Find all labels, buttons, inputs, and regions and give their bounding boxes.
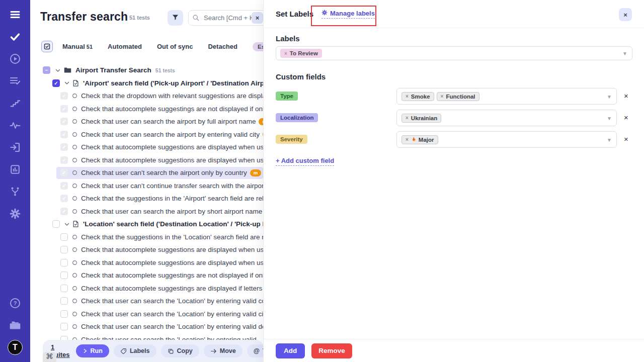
tree-row[interactable]: Check that autocomplete suggestings are … [30, 103, 263, 116]
add-button[interactable]: Add [276, 343, 305, 358]
tab-automated[interactable]: Automated [108, 43, 142, 50]
remove-field-button[interactable]: × [624, 135, 628, 143]
tree-row[interactable]: 'Location' search field ('Destination Lo… [30, 218, 263, 231]
tree-row[interactable]: Check that the suggestions in the 'Locat… [30, 231, 263, 244]
row-checkbox[interactable] [60, 310, 68, 318]
tree-row[interactable]: Check that user can search the airport b… [30, 205, 263, 218]
copy-button[interactable]: Copy [161, 344, 199, 357]
row-checkbox[interactable] [60, 285, 68, 292]
row-checkbox[interactable] [60, 246, 68, 253]
tree-row[interactable]: Check that user can search the 'Location… [30, 320, 263, 333]
tree-row[interactable]: Check that user can't continue transfer … [30, 179, 263, 193]
tab-detached[interactable]: Detached [208, 43, 237, 50]
test-tree: Airport Transfer Search 51 tests 'Airpor… [30, 64, 263, 362]
row-checkbox[interactable] [60, 182, 68, 190]
chevron-down-icon[interactable] [54, 67, 61, 73]
settings-gear-icon[interactable] [8, 206, 23, 221]
row-checkbox[interactable] [60, 156, 68, 164]
chevron-down-icon[interactable] [64, 80, 70, 86]
help-icon[interactable]: ? [8, 296, 23, 311]
row-checkbox[interactable] [60, 105, 68, 113]
row-checkbox[interactable] [43, 66, 50, 74]
row-checkbox[interactable] [60, 272, 68, 279]
severity-select[interactable]: × Major ▼ [396, 131, 617, 148]
labels-button[interactable]: Labels [114, 344, 156, 357]
remove-field-button[interactable]: × [624, 92, 628, 100]
tab-manual[interactable]: Manual51 [62, 43, 93, 50]
run-button[interactable]: Run [76, 344, 109, 357]
remove-tag-icon[interactable]: × [406, 115, 409, 121]
row-checkbox[interactable] [60, 118, 68, 125]
tree-row[interactable]: Check that user can't search the airport… [30, 166, 263, 179]
tree-row[interactable]: Check that autocomplete suggestions are … [30, 154, 263, 167]
reports-chart-icon[interactable] [8, 162, 23, 177]
filter-button[interactable] [168, 10, 183, 26]
activity-pulse-icon[interactable] [8, 118, 23, 133]
move-button[interactable]: Move [204, 344, 243, 357]
row-checkbox[interactable] [60, 131, 68, 138]
row-checkbox[interactable] [60, 233, 68, 241]
row-checkbox[interactable] [60, 297, 68, 305]
row-checkbox[interactable] [60, 259, 68, 266]
manage-labels-link[interactable]: Manage labels [321, 10, 375, 19]
row-label: Check that user can search the airport b… [81, 208, 262, 215]
milestones-steps-icon[interactable] [8, 96, 23, 111]
close-button[interactable]: × [619, 8, 632, 21]
tree-row[interactable]: Check that user can search the 'Location… [30, 295, 263, 308]
localization-select[interactable]: × Ukrainian ▼ [396, 110, 617, 126]
tree-row[interactable]: Check that autocomplete suggestions are … [30, 256, 263, 269]
tree-row[interactable]: Check that user can search the airport b… [30, 128, 263, 141]
tree-row[interactable]: Check that the dropdown with relevant su… [30, 89, 263, 103]
tree-row[interactable]: Check that autocomplete suggestings are … [30, 282, 263, 295]
row-checkbox[interactable] [60, 143, 68, 151]
row-checkbox[interactable] [60, 208, 68, 215]
row-checkbox[interactable] [52, 220, 60, 228]
labels-select[interactable]: × To Review ▼ [276, 46, 632, 60]
bulk-actions-toolbar: 1 suites Run Labels Copy Move @ Tags + L… [43, 340, 263, 362]
copy-icon [168, 348, 174, 354]
menu-icon[interactable] [8, 7, 23, 22]
remove-button[interactable]: Remove [311, 343, 352, 358]
tree-row[interactable]: Check that autocomplete suggestions are … [30, 243, 263, 256]
row-checkbox[interactable] [60, 195, 68, 202]
row-label: Check that user can't search the airport… [81, 169, 247, 176]
row-label: Airport Transfer Search [75, 66, 151, 74]
remove-tag-icon[interactable]: × [406, 137, 409, 142]
remove-tag-icon[interactable]: × [441, 94, 444, 99]
remove-tag-icon[interactable]: × [284, 51, 287, 56]
type-select[interactable]: × Smoke × Functional ▼ [396, 88, 617, 105]
test-plans-list-icon[interactable] [8, 73, 23, 88]
sign-in-icon[interactable] [8, 140, 23, 155]
select-all-checkbox-button[interactable] [41, 41, 53, 52]
traceability-branch-icon[interactable] [8, 184, 23, 199]
test-run-play-icon[interactable] [8, 51, 23, 66]
tree-row[interactable]: 'Airport' search field ('Pick-up Airport… [30, 77, 263, 90]
tree-row[interactable]: Check that user can search the 'Location… [30, 308, 263, 321]
tree-row[interactable]: Check that the suggestions in the 'Airpo… [30, 192, 263, 205]
tab-out-of-sync[interactable]: Out of sync [157, 43, 193, 50]
tree-row[interactable]: Check that autocomplete suggestions are … [30, 141, 263, 154]
set-labels-drawer: Set Labels Manage labels × Labels × To R… [263, 0, 644, 362]
tree-row[interactable]: Check that autocomplete suggestings are … [30, 269, 263, 282]
tree-row[interactable]: Airport Transfer Search 51 tests [30, 64, 263, 77]
remove-field-button[interactable]: × [624, 113, 628, 122]
row-checkbox[interactable] [60, 92, 68, 100]
remove-tag-icon[interactable]: × [406, 94, 409, 99]
field-chip-type: Type [276, 92, 298, 101]
tree-row[interactable]: Check that user can search the airport b… [30, 115, 263, 128]
projects-folder-icon[interactable] [8, 318, 23, 333]
at-sign-icon: @ [254, 347, 260, 354]
tests-check-icon[interactable] [8, 29, 23, 44]
add-custom-field-link[interactable]: + Add custom field [276, 157, 334, 166]
priority-badge: m [259, 118, 263, 125]
user-avatar[interactable]: T [8, 340, 23, 355]
test-repository-panel: Transfer search 51 tests × Manual51 Auto… [30, 0, 263, 362]
row-label: 'Airport' search field ('Pick-up Airport… [83, 79, 263, 87]
row-checkbox[interactable] [52, 79, 60, 87]
clear-search-button[interactable]: × [252, 12, 263, 24]
row-checkbox[interactable] [60, 169, 68, 176]
page-title: Transfer search [40, 10, 128, 24]
command-key-icon[interactable]: ⌘ [43, 352, 56, 362]
chevron-down-icon[interactable] [64, 221, 70, 227]
row-checkbox[interactable] [60, 323, 68, 330]
